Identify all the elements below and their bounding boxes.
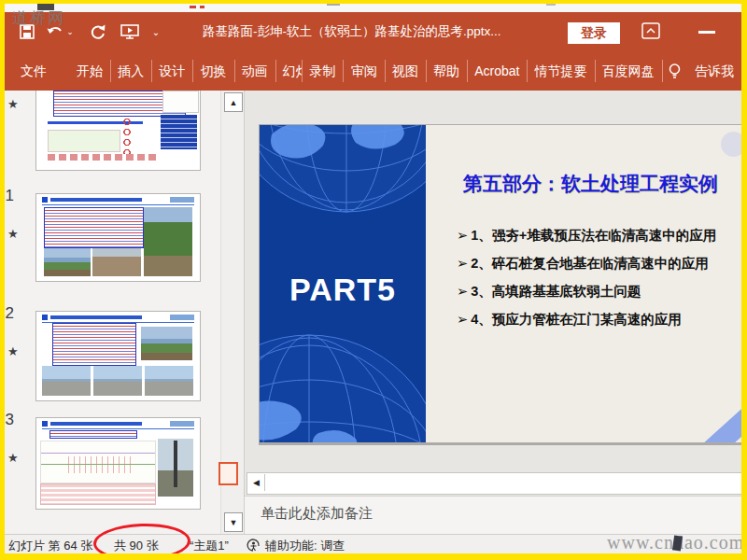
globe-top-graphic: [260, 125, 426, 223]
thumb-textbox: [49, 430, 137, 439]
tell-me-lightbulb[interactable]: [662, 59, 687, 83]
tab-review[interactable]: 审阅: [344, 59, 385, 83]
tab-storyboard[interactable]: 情节提要: [528, 59, 595, 83]
horizontal-scrollbar[interactable]: ◀: [247, 472, 743, 495]
notes-placeholder: 单击此处添加备注: [261, 505, 373, 523]
bullet-item[interactable]: ➢ 1、强夯+堆载预压法在临清高速中的应用: [457, 221, 744, 249]
thumb-sketch: [162, 91, 199, 113]
ribbon-display-options-button[interactable]: [640, 20, 662, 42]
thumb-photo: [93, 366, 142, 396]
frame-border-right: [741, 0, 747, 560]
lightbulb-icon: [668, 62, 682, 82]
window-fragment: [200, 6, 204, 8]
slideshow-icon: [120, 23, 140, 41]
notes-pane[interactable]: 单击此处添加备注: [245, 496, 742, 535]
thumb-photo: [158, 439, 193, 497]
red-square-annotation: [218, 462, 238, 485]
scroll-up-button[interactable]: ▲: [224, 92, 243, 112]
tab-view[interactable]: 视图: [385, 59, 426, 83]
scroll-down-button[interactable]: ▼: [224, 512, 243, 532]
bullet-text: 2、碎石桩复合地基在临清高速中的应用: [471, 249, 709, 277]
status-slide-counter: 幻灯片 第 64 张: [8, 538, 92, 554]
thumb-photo: [145, 366, 193, 396]
redo-button[interactable]: [87, 21, 109, 43]
bullet-arrow-icon: ➢: [457, 305, 468, 333]
tab-design[interactable]: 设计: [151, 59, 192, 83]
bullet-item[interactable]: ➢ 3、高填路基基底软弱土问题: [457, 277, 744, 305]
thumb-green-box: [48, 130, 120, 152]
window-fragment: [190, 6, 196, 8]
window-title: 路基路面-彭坤-软土（软弱土）路基处治的思考.pptx...: [203, 23, 501, 40]
slide-left-panel: PART5: [260, 125, 426, 442]
tab-record[interactable]: 录制: [302, 59, 343, 83]
bullet-item[interactable]: ➢ 2、碎石桩复合地基在临清高速中的应用: [457, 249, 744, 277]
bullet-item[interactable]: ➢ 4、预应力管桩在江门某高速的应用: [457, 305, 744, 333]
up-arrow-icon: ▲: [230, 98, 238, 107]
slide-diagonal-ribbon: [698, 367, 744, 443]
bullet-text: 1、强夯+堆载预压法在临清高速中的应用: [471, 221, 716, 249]
slide-section-title[interactable]: 第五部分：软土处理工程实例: [463, 171, 743, 197]
bullet-arrow-icon: ➢: [457, 249, 468, 277]
quick-access-more-button[interactable]: ⌄: [149, 21, 162, 43]
thumb-diagram: [40, 441, 156, 483]
ribbon-display-icon: [641, 21, 661, 40]
part-label[interactable]: PART5: [260, 272, 426, 308]
thumb-title-strip: [42, 421, 194, 429]
thumb-photo: [141, 327, 192, 360]
left-arrow-icon: ◀: [253, 478, 260, 487]
login-button[interactable]: 登录: [568, 22, 620, 44]
slide-thumbnail[interactable]: [35, 88, 201, 171]
tab-home[interactable]: 开始: [69, 59, 110, 83]
thumb-photo: [144, 207, 192, 276]
frame-border-left: [0, 0, 5, 560]
more-commands-icon: ⌄: [152, 27, 160, 37]
ribbon-tab-bar: 文件 开始 插入 设计 切换 动画 幻灯片放映 录制 审阅 视图 帮助 Acro…: [5, 51, 741, 91]
thumb-title-strip: [42, 315, 194, 323]
window-fragment: [546, 4, 556, 6]
down-arrow-icon: ▼: [230, 518, 238, 527]
start-slideshow-button[interactable]: [119, 21, 141, 43]
tab-slideshow[interactable]: 幻灯片放映: [275, 59, 302, 83]
thumbnail-panel: ★ 81 ★ 82 ★: [5, 91, 220, 534]
slide-editing-area: PART5 第五部分：软土处理工程实例 ➢ 1、强夯+堆载预压法在临清高速中的应…: [244, 91, 742, 534]
slide-thumbnail[interactable]: [35, 193, 201, 282]
bullet-arrow-icon: ➢: [457, 221, 468, 249]
thumb-red-bars: [48, 154, 158, 161]
thumbnail-scrollbar[interactable]: ▲ ▼: [220, 91, 244, 534]
slide-canvas[interactable]: PART5 第五部分：软土处理工程实例 ➢ 1、强夯+堆载预压法在临清高速中的应…: [259, 124, 744, 443]
tab-animations[interactable]: 动画: [234, 59, 275, 83]
scroll-left-button[interactable]: ◀: [248, 474, 265, 491]
tab-insert[interactable]: 插入: [110, 59, 151, 83]
slide-bullet-list[interactable]: ➢ 1、强夯+堆载预压法在临清高速中的应用 ➢ 2、碎石桩复合地基在临清高速中的…: [457, 221, 744, 333]
tab-acrobat[interactable]: Acrobat: [467, 59, 527, 83]
tab-transitions[interactable]: 切换: [193, 59, 234, 83]
bullet-text: 3、高填路基基底软弱土问题: [471, 277, 641, 305]
thumb-bluebox: [161, 115, 197, 149]
tab-baidu-netdisk[interactable]: 百度网盘: [595, 59, 662, 83]
tab-help[interactable]: 帮助: [426, 59, 467, 83]
thumb-title-strip: [42, 197, 194, 205]
animation-star-icon: ★: [7, 451, 19, 465]
animation-star-icon: ★: [7, 97, 19, 111]
accessibility-status[interactable]: 辅助功能: 调查: [265, 538, 345, 554]
thumb-photo: [42, 366, 91, 396]
redo-icon: [89, 22, 107, 41]
slide-thumbnail[interactable]: [35, 311, 201, 401]
accessibility-icon: [246, 539, 261, 553]
top-window-strip: [5, 4, 741, 12]
tab-tell-me[interactable]: 告诉我: [687, 59, 741, 83]
frame-border-top: [0, 0, 747, 4]
minimize-button[interactable]: [698, 31, 715, 34]
animation-star-icon: ★: [7, 227, 19, 241]
slide-thumbnail[interactable]: [35, 417, 201, 510]
thumb-textbox: [44, 207, 144, 248]
chevron-down-icon: ⌄: [66, 27, 74, 36]
thumb-photo: [92, 248, 141, 276]
thumb-red-circles: [122, 117, 132, 158]
tab-file[interactable]: 文件: [13, 59, 54, 83]
thumb-table: [40, 483, 156, 505]
window-fragment: [327, 4, 340, 6]
title-bar: ⌄ ⌄ 路基路面-彭坤-软土（软弱土）路基处治的思考.pptx... 登录: [5, 12, 741, 51]
status-bar: 幻灯片 第 64 张 共 90 张 “主题1” 辅助功能: 调查 www.cnd…: [5, 534, 741, 554]
undo-dropdown[interactable]: ⌄: [64, 21, 76, 43]
